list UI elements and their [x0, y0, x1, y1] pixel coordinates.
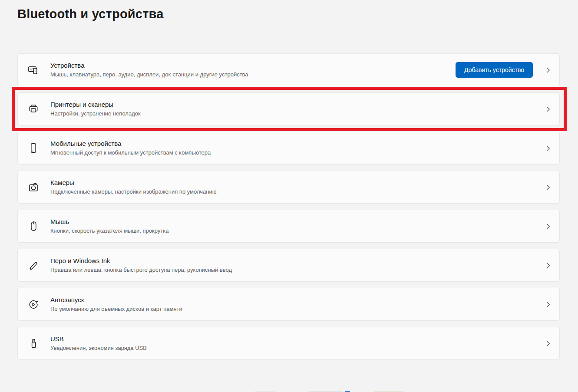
highlight-rectangle: Принтеры и сканеры Настройки, устранение… — [12, 87, 567, 131]
chevron-right-icon[interactable] — [545, 145, 552, 152]
settings-card-1[interactable]: Принтеры и сканеры Настройки, устранение… — [17, 92, 560, 125]
card-subtitle: По умолчанию для съемных дисков и карт п… — [50, 305, 545, 313]
page-title: Bluetooth и устройства — [17, 4, 578, 23]
card-wrapper: Устройства Мышь, клавиатура, перо, аудио… — [17, 53, 560, 86]
card-subtitle: Кнопки, скорость указателя мыши, прокрут… — [50, 227, 545, 235]
card-subtitle: Мышь, клавиатура, перо, аудио, дисплеи, … — [50, 71, 456, 79]
chevron-right-icon[interactable] — [545, 301, 552, 308]
card-title: USB — [50, 335, 545, 343]
chevron-right-icon[interactable] — [545, 66, 552, 73]
camera-icon — [28, 181, 39, 193]
usb-icon — [28, 338, 39, 349]
add-device-button[interactable]: Добавить устройство — [456, 62, 533, 78]
card-wrapper: Автозапуск По умолчанию для съемных диск… — [17, 288, 560, 321]
chevron-right-icon[interactable] — [545, 340, 552, 347]
phone-icon — [28, 142, 39, 154]
card-subtitle: Подключенные камеры, настройки изображен… — [50, 188, 545, 196]
settings-card-0[interactable]: Устройства Мышь, клавиатура, перо, аудио… — [17, 53, 560, 86]
card-wrapper: USB Уведомления, экономия заряда USB — [17, 327, 560, 360]
autoplay-icon — [28, 299, 39, 310]
card-title: Камеры — [50, 178, 545, 187]
printer-icon — [28, 103, 39, 115]
settings-card-7[interactable]: USB Уведомления, экономия заряда USB — [17, 327, 560, 360]
card-title: Перо и Windows Ink — [50, 257, 545, 265]
card-title: Автозапуск — [50, 296, 545, 304]
settings-card-4[interactable]: Мышь Кнопки, скорость указателя мыши, пр… — [17, 210, 560, 243]
card-title: Устройства — [50, 61, 456, 70]
settings-card-5[interactable]: Перо и Windows Ink Правша или левша, кно… — [17, 249, 560, 282]
card-title: Мышь — [50, 217, 545, 226]
settings-card-6[interactable]: Автозапуск По умолчанию для съемных диск… — [17, 288, 560, 321]
devices-icon — [28, 64, 39, 76]
settings-page: Bluetooth и устройства Устройства Мышь, … — [0, 4, 578, 360]
card-wrapper: Камеры Подключенные камеры, настройки из… — [17, 171, 560, 204]
card-wrapper: Мышь Кнопки, скорость указателя мыши, пр… — [17, 210, 560, 243]
card-title: Мобильные устройства — [50, 139, 545, 148]
settings-card-3[interactable]: Камеры Подключенные камеры, настройки из… — [17, 171, 560, 204]
mouse-icon — [28, 221, 39, 232]
settings-card-list: Устройства Мышь, клавиатура, перо, аудио… — [17, 53, 560, 360]
pen-icon — [28, 260, 39, 271]
chevron-right-icon[interactable] — [545, 262, 552, 269]
chevron-right-icon[interactable] — [545, 184, 552, 191]
card-title: Принтеры и сканеры — [50, 100, 545, 109]
chevron-right-icon[interactable] — [545, 223, 552, 230]
card-wrapper: Мобильные устройства Мгновенный доступ к… — [17, 132, 560, 165]
taskbar-edge — [0, 390, 578, 392]
chevron-right-icon[interactable] — [545, 105, 552, 112]
card-subtitle: Уведомления, экономия заряда USB — [50, 344, 545, 352]
settings-card-2[interactable]: Мобильные устройства Мгновенный доступ к… — [17, 132, 560, 165]
card-subtitle: Настройки, устранение неполадок — [50, 110, 545, 118]
card-subtitle: Правша или левша, кнопка быстрого доступ… — [50, 266, 545, 274]
card-wrapper: Перо и Windows Ink Правша или левша, кно… — [17, 249, 560, 282]
card-subtitle: Мгновенный доступ к мобильным устройства… — [50, 149, 545, 157]
